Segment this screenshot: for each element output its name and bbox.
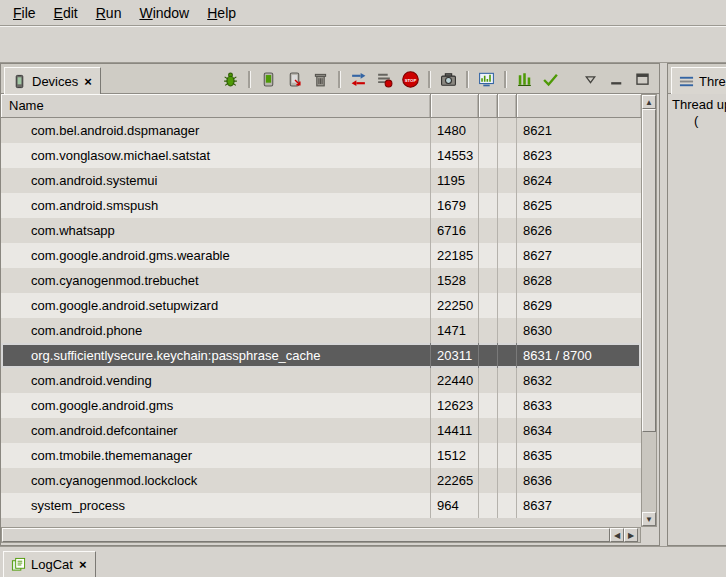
process-row[interactable]: com.cyanogenmod.lockclock222658636: [1, 468, 641, 493]
maximize-icon[interactable]: [631, 68, 653, 90]
process-row[interactable]: com.google.android.setupwizard222508629: [1, 293, 641, 318]
menu-file[interactable]: File: [4, 1, 45, 25]
horizontal-scroll-thumb[interactable]: [2, 528, 610, 542]
process-row[interactable]: com.android.vending224408632: [1, 368, 641, 393]
process-row[interactable]: com.tmobile.thememanager15128635: [1, 443, 641, 468]
vertical-scrollbar[interactable]: ▲ ▼: [641, 94, 657, 527]
process-cell-blank2: [498, 418, 517, 443]
stop-process-icon[interactable]: STOP: [399, 68, 421, 90]
app-toolbar: [0, 26, 726, 63]
process-cell-blank2: [498, 268, 517, 293]
svg-text:STOP: STOP: [404, 77, 416, 82]
process-port: 8621: [517, 118, 641, 143]
process-pid: 14411: [431, 418, 479, 443]
process-name: org.sufficientlysecure.keychain:passphra…: [1, 343, 431, 368]
process-row[interactable]: com.cyanogenmod.trebuchet15288628: [1, 268, 641, 293]
process-cell-blank1: [479, 143, 498, 168]
process-name: com.google.android.gms.wearable: [1, 243, 431, 268]
process-name: com.cyanogenmod.lockclock: [1, 468, 431, 493]
process-row[interactable]: com.android.smspush16798625: [1, 193, 641, 218]
process-pid: 12623: [431, 393, 479, 418]
process-cell-blank1: [479, 118, 498, 143]
scroll-down-icon[interactable]: ▼: [642, 512, 656, 526]
close-icon[interactable]: ×: [83, 74, 93, 89]
scroll-up-icon[interactable]: ▲: [642, 95, 656, 109]
process-row[interactable]: com.whatsapp67168626: [1, 218, 641, 243]
process-cell-blank2: [498, 493, 517, 518]
process-row[interactable]: com.google.android.gms126238633: [1, 393, 641, 418]
process-port: 8627: [517, 243, 641, 268]
minimize-icon[interactable]: [605, 68, 627, 90]
close-icon[interactable]: ×: [78, 557, 88, 572]
threads-message: Thread up (: [668, 94, 726, 132]
menu-edit[interactable]: Edit: [45, 1, 87, 25]
column-header-blank1[interactable]: [479, 94, 498, 117]
menu-bar: FileEditRunWindowHelp: [0, 0, 726, 26]
scroll-right-icon[interactable]: ▶: [624, 528, 638, 542]
devices-toolbar: STOP: [219, 68, 561, 90]
main-area: Devices × STOP Name com.bel.android.dspm…: [0, 63, 726, 546]
threads-icon: [679, 74, 694, 89]
debug-icon[interactable]: [219, 68, 241, 90]
column-header-pid[interactable]: [431, 94, 479, 117]
column-header-blank2[interactable]: [498, 94, 517, 117]
process-port: 8636: [517, 468, 641, 493]
process-cell-blank2: [498, 293, 517, 318]
column-header-port[interactable]: [517, 94, 641, 117]
opengl-trace-icon[interactable]: [539, 68, 561, 90]
tab-threads[interactable]: Threads: [671, 67, 726, 94]
view-window-icons: [579, 68, 653, 90]
view-menu-icon[interactable]: [579, 68, 601, 90]
process-cell-blank1: [479, 418, 498, 443]
process-cell-blank1: [479, 493, 498, 518]
bottom-bar: LogCat ×: [0, 546, 726, 577]
process-cell-blank1: [479, 343, 498, 368]
process-row[interactable]: com.android.systemui11958624: [1, 168, 641, 193]
system-info-icon[interactable]: [475, 68, 497, 90]
update-threads-icon[interactable]: [347, 68, 369, 90]
horizontal-scrollbar[interactable]: ◀ ▶: [1, 527, 641, 543]
devices-panel: Devices × STOP Name com.bel.android.dspm…: [0, 63, 660, 546]
tab-threads-label: Threads: [699, 74, 726, 89]
process-cell-blank1: [479, 293, 498, 318]
process-name: com.cyanogenmod.trebuchet: [1, 268, 431, 293]
logcat-icon: [11, 557, 26, 572]
process-pid: 1471: [431, 318, 479, 343]
process-pid: 14553: [431, 143, 479, 168]
menu-help[interactable]: Help: [198, 1, 245, 25]
menu-window[interactable]: Window: [130, 1, 198, 25]
process-row[interactable]: com.vonglasow.michael.satstat145538623: [1, 143, 641, 168]
panel-sash[interactable]: [660, 63, 667, 546]
process-name: com.whatsapp: [1, 218, 431, 243]
tab-logcat[interactable]: LogCat ×: [3, 551, 96, 577]
scroll-left-icon[interactable]: ◀: [610, 528, 624, 542]
process-port: 8626: [517, 218, 641, 243]
process-row[interactable]: com.android.phone14718630: [1, 318, 641, 343]
process-row[interactable]: org.sufficientlysecure.keychain:passphra…: [1, 343, 641, 368]
process-cell-blank1: [479, 218, 498, 243]
column-header-name[interactable]: Name: [1, 94, 431, 117]
menu-run[interactable]: Run: [87, 1, 131, 25]
dump-hprof-icon[interactable]: [283, 68, 305, 90]
process-row[interactable]: system_process9648637: [1, 493, 641, 518]
process-name: system_process: [1, 493, 431, 518]
devices-tabstrip: Devices × STOP: [1, 64, 659, 94]
process-name: com.android.phone: [1, 318, 431, 343]
vertical-scroll-thumb[interactable]: [642, 109, 656, 432]
screen-capture-icon[interactable]: [437, 68, 459, 90]
start-profiling-icon[interactable]: [373, 68, 395, 90]
update-heap-icon[interactable]: [257, 68, 279, 90]
toolbar-separator: [504, 71, 506, 88]
cause-gc-icon[interactable]: [309, 68, 331, 90]
process-pid: 964: [431, 493, 479, 518]
tab-devices[interactable]: Devices ×: [4, 67, 101, 94]
process-row[interactable]: com.google.android.gms.wearable221858627: [1, 243, 641, 268]
process-row[interactable]: com.android.defcontainer144118634: [1, 418, 641, 443]
process-row[interactable]: com.bel.android.dspmanager14808621: [1, 118, 641, 143]
ui-hierarchy-icon[interactable]: [513, 68, 535, 90]
process-port: 8635: [517, 443, 641, 468]
process-cell-blank1: [479, 368, 498, 393]
process-name: com.google.android.setupwizard: [1, 293, 431, 318]
process-pid: 1512: [431, 443, 479, 468]
tab-devices-label: Devices: [32, 74, 78, 89]
